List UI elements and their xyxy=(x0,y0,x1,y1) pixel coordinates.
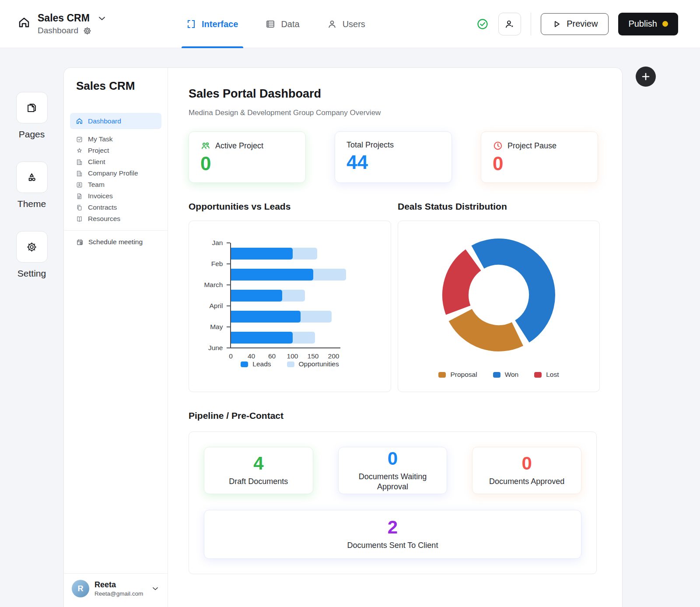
tab-interface[interactable]: Interface xyxy=(186,0,238,48)
user-roles-button[interactable] xyxy=(498,13,521,35)
sidebar-item-project[interactable]: Project xyxy=(70,145,161,156)
sidebar-item-label: Team xyxy=(88,181,105,189)
bar-leads xyxy=(231,290,283,302)
editor-body: PagesThemeSetting Sales CRM DashboardMy … xyxy=(0,48,700,607)
avatar: R xyxy=(72,580,89,597)
add-button[interactable] xyxy=(636,67,656,87)
users-icon xyxy=(327,19,337,29)
sidebar-item-resources[interactable]: Resources xyxy=(70,213,161,225)
donut-chart-section: Deals Status Distribution ProposalWonLos… xyxy=(398,196,600,392)
pipeline-value: 0 xyxy=(388,449,398,468)
y-tick-label: May xyxy=(210,323,223,331)
page-title: Sales Portal Dashboard xyxy=(189,87,600,101)
publish-label: Publish xyxy=(628,19,657,29)
team-icon xyxy=(76,181,83,189)
bar-leads xyxy=(231,332,293,344)
y-tick-mark xyxy=(227,242,230,243)
bar-chart-legend: LeadsOpportunities xyxy=(241,360,339,368)
chevron-down-icon[interactable] xyxy=(151,584,160,593)
donut-slice-lost xyxy=(455,260,473,310)
app-nav-panel: Sales CRM DashboardMy TaskProjectClientC… xyxy=(64,68,168,607)
stat-card-total-projects: Total Projects44 xyxy=(335,131,452,183)
rail-label: Pages xyxy=(19,129,45,140)
sidebar-item-client[interactable]: Client xyxy=(70,156,161,168)
charts-row: Opportunities vs Leads JanFebMarchAprilM… xyxy=(189,196,600,392)
y-tick-label: Feb xyxy=(211,260,223,268)
top-bar-actions: Preview Publish xyxy=(476,13,678,35)
legend-item-proposal: Proposal xyxy=(438,371,477,379)
pipeline-label: Documents Approved xyxy=(489,477,564,487)
contracts-icon xyxy=(76,204,83,211)
pipeline-title: Pipeline / Pre-Contact xyxy=(189,411,600,421)
bar-leads xyxy=(231,269,313,281)
preview-button[interactable]: Preview xyxy=(541,13,609,35)
stat-card-active-project: Active Project0 xyxy=(189,131,306,183)
rail-label: Theme xyxy=(18,199,46,209)
gear-icon[interactable] xyxy=(83,26,92,35)
pipeline-card-draft-documents: 4Draft Documents xyxy=(204,447,313,494)
left-rail: PagesThemeSetting xyxy=(0,48,63,607)
sidebar-item-invoices[interactable]: Invoices xyxy=(70,190,161,202)
legend-item-lost: Lost xyxy=(534,371,559,379)
divider xyxy=(531,13,531,35)
rail-item-setting[interactable]: Setting xyxy=(16,231,48,279)
sidebar-item-my-task[interactable]: My Task xyxy=(70,133,161,145)
pipeline-value: 0 xyxy=(522,454,532,473)
page-name: Dashboard xyxy=(38,26,78,35)
pipeline-label: Draft Documents xyxy=(229,477,288,487)
invoice-icon xyxy=(76,193,83,200)
donut-chart xyxy=(435,232,562,358)
stat-value: 0 xyxy=(493,154,586,174)
y-tick-label: April xyxy=(209,302,223,310)
schedule-meeting-item[interactable]: Schedule meeting xyxy=(64,231,168,253)
page-subtitle: Medina Design & Development Group Compan… xyxy=(189,109,600,117)
rail-item-theme[interactable]: Theme xyxy=(16,161,48,209)
theme-icon xyxy=(26,172,38,183)
sidebar-item-team[interactable]: Team xyxy=(70,179,161,190)
app-canvas: Sales Portal Dashboard Medina Design & D… xyxy=(168,68,623,607)
pipeline-cards: 4Draft Documents0Documents Waiting Appro… xyxy=(204,447,581,494)
stat-head: Total Projects xyxy=(346,140,440,150)
y-tick-label: March xyxy=(204,281,223,289)
sidebar-item-company-profile[interactable]: Company Profile xyxy=(70,168,161,179)
building-icon xyxy=(76,158,83,166)
y-tick-mark xyxy=(227,347,230,348)
home-icon[interactable] xyxy=(18,16,31,29)
donut-chart-title: Deals Status Distribution xyxy=(398,201,600,212)
donut-chart-legend: ProposalWonLost xyxy=(438,371,559,379)
donut-slice-proposal xyxy=(460,315,518,338)
y-tick-mark xyxy=(227,263,230,264)
building-icon xyxy=(76,170,83,177)
sidebar-item-contracts[interactable]: Contracts xyxy=(70,202,161,213)
star-icon xyxy=(76,147,83,154)
stat-value: 0 xyxy=(200,154,294,174)
legend-swatch xyxy=(287,361,294,367)
legend-swatch xyxy=(534,372,542,378)
legend-item-opportunities: Opportunities xyxy=(287,360,339,368)
legend-swatch xyxy=(493,372,500,378)
chevron-down-icon[interactable] xyxy=(97,13,107,24)
publish-button[interactable]: Publish xyxy=(618,13,678,35)
rail-item-pages[interactable]: Pages xyxy=(16,92,48,140)
profile-section: R Reeta Reeta@gmail.com xyxy=(64,573,168,607)
bar-chart-card: JanFebMarchAprilMayJune04060100150200 Le… xyxy=(189,221,391,392)
donut-chart-card: ProposalWonLost xyxy=(398,221,600,392)
x-tick-label: 100 xyxy=(287,352,298,360)
profile-name: Reeta xyxy=(94,580,143,589)
rail-button-theme[interactable] xyxy=(16,161,48,193)
donut-slice-won xyxy=(478,252,542,331)
tab-users[interactable]: Users xyxy=(327,0,365,48)
pipeline-card-documents-approved: 0Documents Approved xyxy=(472,447,581,494)
sidebar-item-dashboard[interactable]: Dashboard xyxy=(70,113,161,129)
bar-chart-title: Opportunities vs Leads xyxy=(189,201,391,212)
y-tick-mark xyxy=(227,284,230,285)
rail-label: Setting xyxy=(18,268,46,279)
tab-data[interactable]: Data xyxy=(265,0,299,48)
stats-row: Active Project0Total Projects44Project P… xyxy=(189,131,600,183)
sidebar-item-label: Invoices xyxy=(88,192,113,200)
stat-label: Active Project xyxy=(215,141,263,151)
rail-button-setting[interactable] xyxy=(16,231,48,263)
rail-button-pages[interactable] xyxy=(16,92,48,123)
legend-label: Proposal xyxy=(450,371,477,379)
legend-item-leads: Leads xyxy=(241,360,271,368)
